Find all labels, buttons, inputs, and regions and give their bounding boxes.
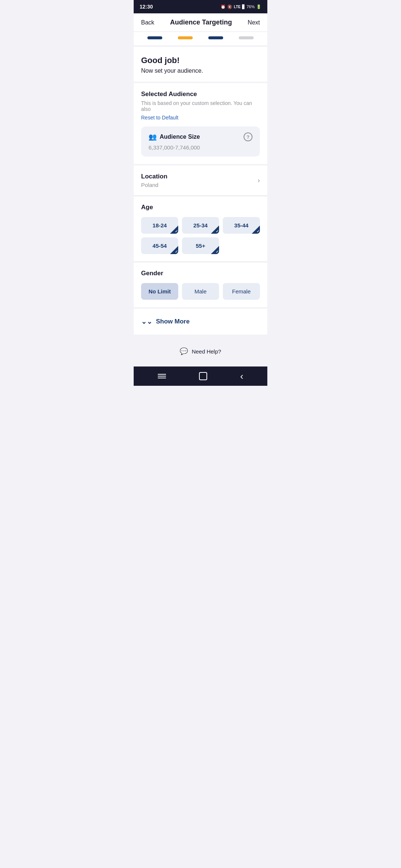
gender-section: Gender No Limit Male Female — [134, 262, 267, 309]
status-icons: ⏰ 🔇 LTE ▊ 76% 🔋 — [221, 4, 261, 9]
alarm-icon: ⏰ — [221, 4, 226, 9]
age-chip-35-44[interactable]: 35-44 — [223, 217, 260, 234]
nav-bar: Back Audience Targeting Next — [134, 13, 267, 32]
location-section[interactable]: Location Poland › — [134, 165, 267, 196]
audience-size-label: Audience Size — [160, 134, 200, 140]
location-value: Poland — [141, 182, 167, 188]
signal-icon: ▊ — [242, 4, 245, 9]
good-job-section: Good job! Now set your audience. — [134, 47, 267, 83]
progress-step-1 — [147, 36, 162, 39]
age-label: Age — [141, 204, 260, 211]
menu-icon — [158, 374, 166, 378]
progress-steps — [134, 32, 267, 47]
status-time: 12:30 — [140, 4, 153, 10]
back-button[interactable]: Back — [141, 19, 154, 26]
age-grid-row2: 45-54 55+ — [141, 237, 260, 254]
gender-female[interactable]: Female — [223, 283, 260, 300]
check-corner-45-54 — [170, 246, 178, 254]
age-chip-25-34[interactable]: 25-34 — [182, 217, 219, 234]
selected-audience-subtitle: This is based on your custom selection. … — [141, 100, 260, 112]
location-row: Location Poland › — [141, 173, 260, 188]
menu-button[interactable] — [158, 374, 166, 378]
chevron-double-down-icon: ⌄⌄ — [141, 318, 152, 326]
gender-chips: No Limit Male Female — [141, 283, 260, 300]
check-corner-35-44 — [252, 226, 260, 234]
reset-to-default-link[interactable]: Reset to Default — [141, 115, 178, 121]
mute-icon: 🔇 — [227, 4, 232, 9]
check-corner-55-plus — [211, 246, 219, 254]
show-more-button[interactable]: ⌄⌄ Show More — [141, 318, 190, 326]
age-chip-empty — [223, 237, 260, 254]
progress-step-3 — [208, 36, 223, 39]
location-label: Location — [141, 173, 167, 180]
bottom-nav: ‹ — [134, 366, 267, 386]
progress-step-2 — [178, 36, 193, 39]
chat-icon: 💬 — [180, 347, 188, 355]
good-job-title: Good job! — [141, 56, 260, 65]
audience-size-value: 6,337,000-7,746,000 — [149, 144, 252, 151]
home-button[interactable] — [199, 372, 207, 380]
check-corner-25-34 — [211, 226, 219, 234]
good-job-subtitle: Now set your audience. — [141, 68, 260, 74]
battery-text: 76% — [247, 4, 255, 9]
age-chip-55-plus[interactable]: 55+ — [182, 237, 219, 254]
selected-audience-section: Selected Audience This is based on your … — [134, 83, 267, 165]
selected-audience-title: Selected Audience — [141, 91, 260, 98]
need-help-text: Need Help? — [192, 348, 221, 355]
age-section: Age 18-24 25-34 35-44 45-54 55+ — [134, 196, 267, 262]
battery-icon: 🔋 — [256, 4, 261, 9]
next-button[interactable]: Next — [248, 19, 260, 26]
progress-step-4 — [239, 36, 254, 39]
gender-male[interactable]: Male — [182, 283, 219, 300]
gender-label: Gender — [141, 270, 260, 277]
info-icon[interactable]: ? — [244, 132, 252, 141]
audience-size-label-row: 👥 Audience Size — [149, 133, 200, 141]
gender-no-limit[interactable]: No Limit — [141, 283, 178, 300]
show-more-label: Show More — [156, 318, 190, 325]
audience-icon: 👥 — [149, 133, 157, 141]
audience-size-card: 👥 Audience Size ? 6,337,000-7,746,000 — [141, 126, 260, 157]
age-chip-18-24[interactable]: 18-24 — [141, 217, 178, 234]
back-nav-button[interactable]: ‹ — [240, 371, 244, 382]
status-bar: 12:30 ⏰ 🔇 LTE ▊ 76% 🔋 — [134, 0, 267, 13]
location-info: Location Poland — [141, 173, 167, 188]
footer-help[interactable]: 💬 Need Help? — [134, 336, 267, 366]
lte-icon: LTE — [234, 5, 241, 9]
back-nav-icon: ‹ — [240, 371, 244, 382]
check-corner-18-24 — [170, 226, 178, 234]
age-chip-45-54[interactable]: 45-54 — [141, 237, 178, 254]
chevron-right-icon: › — [258, 177, 260, 184]
audience-size-header: 👥 Audience Size ? — [149, 132, 252, 141]
page-title: Audience Targeting — [170, 19, 232, 26]
age-grid-row1: 18-24 25-34 35-44 — [141, 217, 260, 234]
show-more-section: ⌄⌄ Show More — [134, 309, 267, 336]
home-icon — [199, 372, 207, 380]
